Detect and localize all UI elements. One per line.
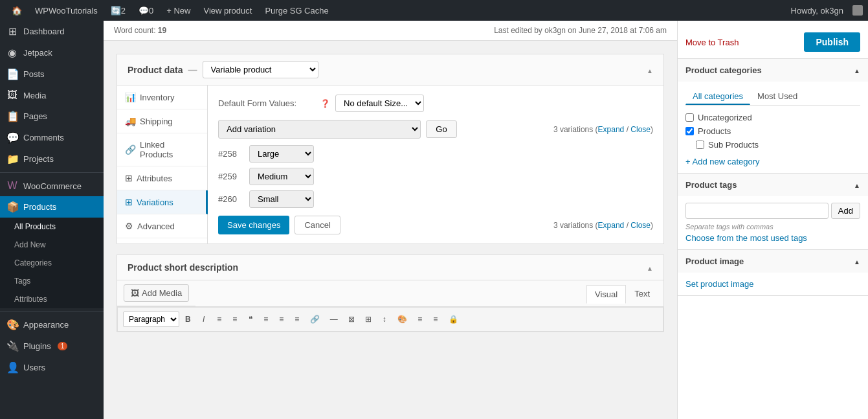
- category-cb-products[interactable]: [685, 127, 694, 135]
- tab-linked-products[interactable]: 🔗 Linked Products: [117, 133, 207, 166]
- expand-link-bottom[interactable]: Expand: [598, 221, 625, 230]
- tab-all-categories[interactable]: All categories: [685, 88, 750, 105]
- variation-row-259: #259 Medium Large Small: [218, 168, 653, 185]
- product-categories-header[interactable]: Product categories: [678, 59, 868, 82]
- category-cb-sub-products[interactable]: [696, 141, 704, 149]
- adminbar-site-name[interactable]: WPWooTutorials: [28, 0, 104, 21]
- sidebar-submenu-all-products[interactable]: All Products: [0, 218, 104, 236]
- tab-shipping[interactable]: 🚚 Shipping: [117, 109, 207, 133]
- tab-text[interactable]: Text: [626, 284, 658, 303]
- inventory-icon: 📊: [125, 92, 136, 102]
- toolbar-table[interactable]: ≡: [413, 312, 427, 326]
- toolbar-ol[interactable]: ≡: [228, 312, 242, 326]
- product-categories-section: Product categories All categories Most U…: [678, 59, 868, 174]
- expand-link[interactable]: Expand: [598, 125, 625, 134]
- toolbar-paste[interactable]: ↕: [377, 312, 392, 326]
- adminbar-view-product[interactable]: View product: [197, 0, 259, 21]
- toolbar-align-right[interactable]: ≡: [290, 312, 304, 326]
- product-data-panel: Product data — Variable product Simple p…: [117, 54, 664, 244]
- sidebar-item-projects[interactable]: 📁 Projects: [0, 148, 104, 170]
- tab-advanced[interactable]: ⚙ Advanced: [117, 214, 207, 238]
- toolbar-list2[interactable]: ≡: [428, 312, 443, 326]
- toolbar-align-left[interactable]: ≡: [259, 312, 273, 326]
- toolbar-lock[interactable]: 🔒: [444, 312, 463, 326]
- tab-variations[interactable]: ⊞ Variations: [117, 190, 208, 214]
- short-description-collapse-btn[interactable]: [647, 262, 653, 273]
- close-link-top[interactable]: Close: [630, 125, 651, 134]
- sidebar-submenu-attributes[interactable]: Attributes: [0, 290, 104, 308]
- add-media-button[interactable]: 🖼 Add Media: [124, 284, 189, 302]
- save-changes-button[interactable]: Save changes: [218, 216, 289, 234]
- product-data-collapse-btn[interactable]: [647, 64, 653, 76]
- product-tags-body: Add Separate tags with commas Choose fro…: [678, 196, 868, 249]
- toolbar-more[interactable]: ⊠: [344, 312, 359, 326]
- sidebar-item-appearance[interactable]: 🎨 Appearance: [0, 314, 104, 335]
- paragraph-select[interactable]: Paragraph Heading 1 Heading 2: [123, 311, 179, 327]
- product-type-select[interactable]: Variable product Simple product Grouped …: [203, 61, 318, 78]
- close-link-bottom[interactable]: Close: [630, 221, 651, 230]
- add-new-category-link[interactable]: + Add new category: [685, 157, 860, 166]
- help-icon[interactable]: ❓: [320, 99, 330, 108]
- visual-text-tabs: Visual Text: [586, 284, 663, 303]
- choose-tags-link[interactable]: Choose from the most used tags: [685, 233, 807, 243]
- admin-bar: 🏠 WPWooTutorials 🔄 2 💬 0 + New View prod…: [0, 0, 868, 21]
- sidebar-item-posts[interactable]: 📄 Posts: [0, 63, 104, 85]
- add-variation-row: Add variation Add all variations Remove …: [218, 120, 653, 139]
- set-product-image-link[interactable]: Set product image: [685, 279, 754, 289]
- adminbar-home[interactable]: 🏠: [5, 0, 28, 21]
- adminbar-new[interactable]: + New: [160, 0, 197, 21]
- adminbar-comments[interactable]: 💬 0: [132, 0, 160, 21]
- go-button[interactable]: Go: [426, 120, 456, 138]
- toolbar-bold[interactable]: B: [181, 312, 195, 326]
- jetpack-icon: ◉: [6, 47, 18, 59]
- sidebar-item-users[interactable]: 👤 Users: [0, 357, 104, 378]
- publish-button[interactable]: Publish: [804, 32, 860, 52]
- sidebar-submenu-categories[interactable]: Categories: [0, 254, 104, 272]
- variation-select-259[interactable]: Medium Large Small: [249, 168, 314, 185]
- sidebar-item-plugins[interactable]: 🔌 Plugins 1: [0, 335, 104, 357]
- category-label-uncategorized: Uncategorized: [698, 113, 752, 122]
- category-cb-uncategorized[interactable]: [685, 113, 694, 122]
- toolbar-hr[interactable]: —: [326, 312, 342, 326]
- add-variation-select[interactable]: Add variation Add all variations Remove …: [218, 120, 421, 139]
- variation-row-260: #260 Small Large Medium: [218, 190, 653, 208]
- product-data-title: Product data — Variable product Simple p…: [128, 61, 318, 78]
- toolbar-blockquote[interactable]: ❝: [243, 312, 258, 326]
- sidebar-item-pages[interactable]: 📋 Pages: [0, 106, 104, 127]
- product-image-header[interactable]: Product image: [678, 250, 868, 273]
- sidebar-item-woocommerce[interactable]: W WooCommerce: [0, 176, 104, 196]
- product-data-tabs: 📊 Inventory 🚚 Shipping 🔗 Linked Products: [117, 85, 208, 243]
- sidebar-item-media[interactable]: 🖼 Media: [0, 85, 104, 106]
- sidebar-item-jetpack[interactable]: ◉ Jetpack: [0, 42, 104, 63]
- product-tags-header[interactable]: Product tags: [678, 174, 868, 196]
- product-data-body: 📊 Inventory 🚚 Shipping 🔗 Linked Products: [117, 85, 663, 243]
- tab-visual[interactable]: Visual: [586, 285, 626, 304]
- adminbar-purge-cache[interactable]: Purge SG Cache: [258, 0, 335, 21]
- adminbar-updates[interactable]: 🔄 2: [104, 0, 132, 21]
- cancel-button[interactable]: Cancel: [295, 216, 340, 234]
- add-tag-button[interactable]: Add: [831, 203, 860, 219]
- linked-products-icon: 🔗: [125, 144, 136, 155]
- toolbar-link[interactable]: 🔗: [306, 312, 324, 326]
- toolbar-ul[interactable]: ≡: [212, 312, 227, 326]
- toolbar-fullscreen[interactable]: ⊞: [361, 312, 376, 326]
- category-item-uncategorized: Uncategorized: [685, 111, 860, 124]
- default-form-select[interactable]: No default Size... Large Medium Small: [335, 95, 424, 112]
- editor-toolbar: Paragraph Heading 1 Heading 2 B I ≡ ≡ ❝ …: [117, 307, 663, 332]
- variation-select-258[interactable]: Large Medium Small: [249, 145, 314, 163]
- sidebar-submenu-tags[interactable]: Tags: [0, 272, 104, 290]
- variation-select-260[interactable]: Small Large Medium: [249, 190, 314, 208]
- sidebar-item-comments[interactable]: 💬 Comments: [0, 127, 104, 148]
- move-to-trash-link[interactable]: Move to Trash: [685, 38, 739, 47]
- toolbar-color[interactable]: 🎨: [393, 312, 412, 326]
- toolbar-align-center[interactable]: ≡: [274, 312, 289, 326]
- tab-inventory[interactable]: 📊 Inventory: [117, 85, 207, 109]
- tab-most-used[interactable]: Most Used: [750, 88, 805, 105]
- word-count-text: Word count: 19: [114, 26, 166, 35]
- sidebar-item-dashboard[interactable]: ⊞ Dashboard: [0, 21, 104, 42]
- tags-input[interactable]: [685, 203, 829, 219]
- tab-attributes[interactable]: ⊞ Attributes: [117, 166, 207, 190]
- sidebar-submenu-add-new[interactable]: Add New: [0, 236, 104, 254]
- toolbar-italic[interactable]: I: [197, 312, 211, 326]
- sidebar-item-products[interactable]: 📦 Products: [0, 196, 104, 218]
